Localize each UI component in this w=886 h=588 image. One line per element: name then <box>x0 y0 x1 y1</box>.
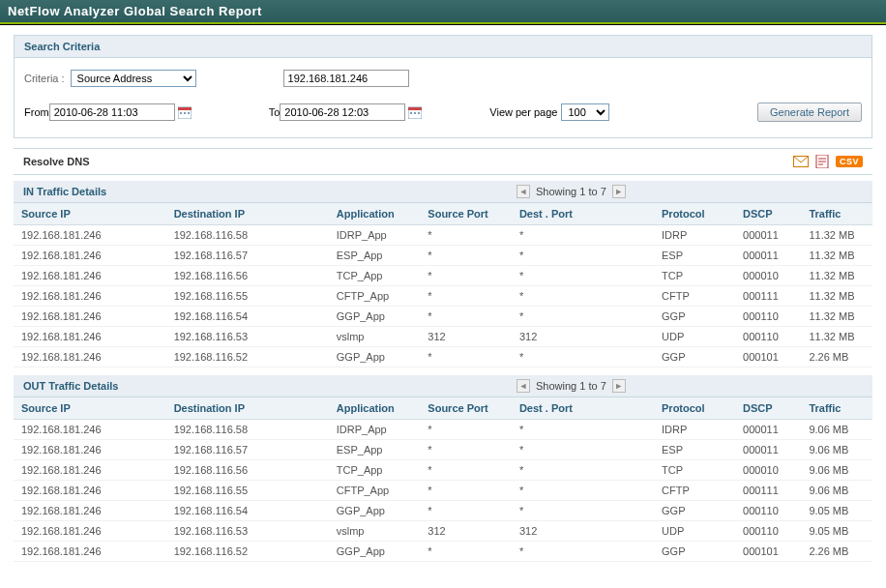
cell-dst: 192.168.116.54 <box>166 501 329 521</box>
to-label: To <box>269 106 281 118</box>
to-date-input[interactable] <box>280 103 405 121</box>
cell-sp: * <box>420 225 512 246</box>
in-pager-prev[interactable]: ◄ <box>517 185 530 198</box>
in-pager-next[interactable]: ► <box>612 185 626 198</box>
table-row: 192.168.181.246192.168.116.54GGP_App**GG… <box>14 501 872 521</box>
cell-proto: CFTP <box>654 481 735 501</box>
criteria-value-input[interactable] <box>283 70 409 87</box>
cell-tfc: 11.32 MB <box>801 307 872 327</box>
cell-src: 192.168.181.246 <box>14 481 166 501</box>
cell-sp: * <box>420 542 512 562</box>
col-protocol[interactable]: Protocol <box>654 397 735 420</box>
col-protocol[interactable]: Protocol <box>654 203 735 225</box>
in-traffic-title: IN Traffic Details <box>23 186 106 197</box>
svg-rect-6 <box>408 107 422 110</box>
calendar-icon-from[interactable] <box>178 105 192 119</box>
table-row: 192.168.181.246192.168.116.56TCP_App**TC… <box>14 460 872 481</box>
cell-dscp: 000011 <box>735 246 801 266</box>
cell-app: ESP_App <box>329 246 421 266</box>
cell-dp: * <box>512 266 654 286</box>
csv-icon[interactable]: CSV <box>836 156 863 167</box>
from-label: From <box>24 106 49 118</box>
in-pager-text: Showing 1 to 7 <box>536 186 606 197</box>
col-traffic[interactable]: Traffic <box>801 397 872 420</box>
cell-tfc: 9.06 MB <box>801 440 872 460</box>
cell-dscp: 000011 <box>735 225 801 246</box>
cell-proto: TCP <box>654 266 735 286</box>
cell-sp: * <box>420 307 512 327</box>
table-row: 192.168.181.246192.168.116.55CFTP_App**C… <box>14 481 872 501</box>
cell-proto: GGP <box>654 542 735 562</box>
cell-dscp: 000110 <box>735 307 801 327</box>
col-dscp[interactable]: DSCP <box>735 397 801 420</box>
out-pager-prev[interactable]: ◄ <box>517 379 530 393</box>
cell-src: 192.168.181.246 <box>14 327 166 347</box>
cell-tfc: 9.06 MB <box>801 420 872 440</box>
cell-tfc: 11.32 MB <box>801 327 872 347</box>
search-criteria-header: Search Criteria <box>15 36 871 58</box>
resolve-dns-link[interactable]: Resolve DNS <box>23 156 89 167</box>
cell-dscp: 000010 <box>735 266 801 286</box>
col-dst-port[interactable]: Dest . Port <box>512 397 654 420</box>
table-row: 192.168.181.246192.168.116.53vslmp312312… <box>14 521 872 542</box>
cell-tfc: 2.26 MB <box>801 542 872 562</box>
svg-rect-7 <box>410 112 412 114</box>
cell-sp: * <box>420 501 512 521</box>
col-dest-ip[interactable]: Destination IP <box>166 203 329 225</box>
cell-dp: * <box>512 501 654 521</box>
cell-app: vslmp <box>329 327 421 347</box>
col-dest-ip[interactable]: Destination IP <box>166 397 329 420</box>
cell-dst: 192.168.116.53 <box>166 327 329 347</box>
cell-app: GGP_App <box>329 542 421 562</box>
svg-rect-9 <box>418 112 420 114</box>
cell-dst: 192.168.116.52 <box>166 542 329 562</box>
cell-src: 192.168.181.246 <box>14 521 166 542</box>
out-pager-text: Showing 1 to 7 <box>536 380 606 392</box>
col-src-port[interactable]: Source Port <box>420 203 512 225</box>
table-row: 192.168.181.246192.168.116.52GGP_App**GG… <box>14 542 872 562</box>
cell-dst: 192.168.116.52 <box>166 347 329 368</box>
cell-src: 192.168.181.246 <box>14 246 166 266</box>
cell-tfc: 11.32 MB <box>801 225 872 246</box>
cell-dp: * <box>512 225 654 246</box>
col-source-ip[interactable]: Source IP <box>14 203 166 225</box>
col-source-ip[interactable]: Source IP <box>14 397 166 420</box>
cell-tfc: 11.32 MB <box>801 286 872 307</box>
out-pager-next[interactable]: ► <box>612 379 626 393</box>
view-per-page-select[interactable]: 100 <box>561 103 609 121</box>
out-traffic-table: Source IP Destination IP Application Sou… <box>14 397 872 562</box>
criteria-select[interactable]: Source Address <box>71 70 196 87</box>
cell-app: TCP_App <box>329 266 421 286</box>
from-date-input[interactable] <box>49 103 175 121</box>
generate-report-button[interactable]: Generate Report <box>757 103 862 122</box>
cell-src: 192.168.181.246 <box>14 440 166 460</box>
in-traffic-table: Source IP Destination IP Application Sou… <box>14 203 872 368</box>
cell-dst: 192.168.116.57 <box>166 246 329 266</box>
table-row: 192.168.181.246192.168.116.53vslmp312312… <box>14 327 872 347</box>
col-traffic[interactable]: Traffic <box>801 203 872 225</box>
pdf-icon[interactable] <box>814 155 830 168</box>
table-row: 192.168.181.246192.168.116.57ESP_App**ES… <box>14 246 872 266</box>
email-icon[interactable] <box>793 155 809 168</box>
cell-app: GGP_App <box>329 347 421 368</box>
cell-app: vslmp <box>329 521 421 542</box>
cell-src: 192.168.181.246 <box>14 420 166 440</box>
cell-dp: * <box>512 481 654 501</box>
cell-tfc: 11.32 MB <box>801 246 872 266</box>
cell-tfc: 2.26 MB <box>801 347 872 368</box>
cell-proto: IDRP <box>654 225 735 246</box>
calendar-icon-to[interactable] <box>408 105 422 119</box>
col-dst-port[interactable]: Dest . Port <box>512 203 654 225</box>
cell-dst: 192.168.116.58 <box>166 225 329 246</box>
svg-rect-2 <box>180 112 182 114</box>
col-application[interactable]: Application <box>329 203 421 225</box>
col-application[interactable]: Application <box>329 397 421 420</box>
col-dscp[interactable]: DSCP <box>735 203 801 225</box>
cell-dp: * <box>512 440 654 460</box>
col-src-port[interactable]: Source Port <box>420 397 512 420</box>
cell-sp: 312 <box>420 327 512 347</box>
svg-rect-3 <box>184 112 186 114</box>
cell-dst: 192.168.116.55 <box>166 481 329 501</box>
cell-proto: GGP <box>654 501 735 521</box>
out-traffic-title: OUT Traffic Details <box>23 380 118 392</box>
